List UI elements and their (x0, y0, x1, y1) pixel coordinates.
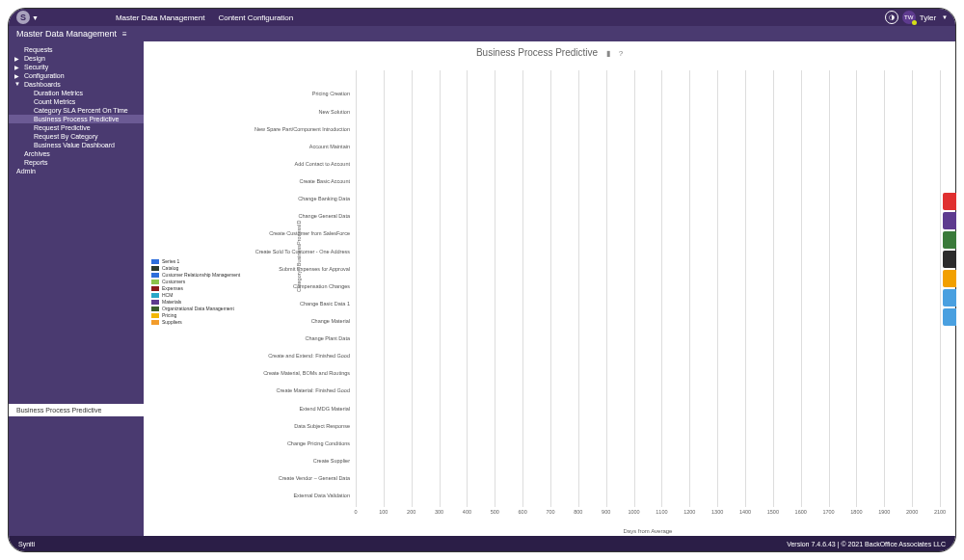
sidebar-item-label: Business Process Predictive (34, 116, 119, 122)
legend-swatch (151, 259, 159, 264)
side-tab[interactable] (943, 212, 956, 229)
x-tick: 2100 (934, 509, 946, 515)
tree-arrow-icon: ▶ (14, 72, 19, 79)
app-menu-dropdown[interactable]: ▼ (32, 14, 39, 21)
chart-help-icon[interactable]: ? (619, 49, 623, 58)
sidebar-item-request-by-category[interactable]: Request By Category (9, 132, 144, 141)
side-tab[interactable] (943, 270, 956, 287)
bar-label: New Spare Part/Component Introduction (163, 126, 356, 132)
nav-content-config[interactable]: Content Configuration (218, 13, 293, 22)
sidebar-item-label: Request Predictive (34, 124, 91, 131)
sidebar-item-security[interactable]: ▶Security (9, 63, 144, 71)
sidebar-item-dashboards[interactable]: ▼Dashboards (9, 80, 144, 89)
x-tick: 600 (519, 509, 527, 515)
side-tab[interactable] (943, 289, 956, 307)
legend-swatch (151, 300, 159, 305)
sidebar-item-configuration[interactable]: ▶Configuration (9, 71, 144, 80)
tree-arrow-icon: ▶ (14, 55, 19, 62)
sidebar-item-admin[interactable]: Admin (9, 167, 144, 175)
bar-label: Change Banking Data (163, 196, 356, 201)
sidebar-item-reports[interactable]: Reports (9, 158, 144, 167)
nav-master-data[interactable]: Master Data Management (116, 13, 205, 22)
bar-label: Change Pricing Conditions (163, 440, 356, 446)
legend-label: HCM (162, 292, 173, 298)
app-logo[interactable]: S (16, 11, 30, 24)
legend-swatch (151, 293, 159, 298)
sidebar-item-duration-metrics[interactable]: Duration Metrics (9, 89, 144, 97)
bar-label: Create and Extend: Finished Good (163, 353, 356, 359)
bar-label: Add Contact to Account (163, 161, 356, 167)
bar-label: Create Supplier (163, 458, 356, 464)
hamburger-icon[interactable]: ≡ (122, 30, 127, 39)
legend-swatch (151, 286, 159, 291)
bar-label: Change General Data (163, 213, 356, 219)
legend-swatch (151, 313, 159, 318)
x-tick: 1100 (656, 509, 667, 515)
sidebar-item-label: Design (24, 55, 45, 62)
legend-swatch (151, 320, 159, 325)
sidebar-item-label: Count Metrics (34, 98, 75, 105)
legend-label: Organizational Data Management (162, 306, 234, 311)
legend-swatch (151, 266, 159, 271)
topbar: S ▼ Master Data Management Content Confi… (9, 9, 955, 26)
bar-label: Change Material (163, 318, 356, 324)
chart-plot-area: Pricing CreationNew SolutionNew Spare Pa… (356, 70, 940, 507)
bar-label: External Data Validation (163, 493, 356, 498)
x-tick: 2000 (906, 509, 918, 515)
sidebar-item-archives[interactable]: Archives (9, 149, 144, 158)
x-tick: 1500 (767, 509, 779, 515)
sidebar-item-label: Reports (24, 159, 48, 166)
x-axis: 0100200300400500600700800900100011001200… (356, 509, 940, 522)
bar-label: Create Customer from SalesForce (163, 230, 356, 236)
legend-label: Customer Relationship Management (162, 272, 240, 278)
side-tab[interactable] (943, 231, 956, 249)
sidebar-item-label: Configuration (24, 72, 65, 79)
x-tick: 1700 (822, 509, 834, 515)
bar-label: Pricing Creation (163, 91, 356, 96)
sidebar-item-requests[interactable]: Requests (9, 45, 144, 54)
side-tab[interactable] (943, 308, 956, 326)
sidebar-item-design[interactable]: ▶Design (9, 54, 144, 63)
chart-title: Business Process Predictive ▮ ? (144, 41, 955, 60)
bar-label: Create Material, BOMs and Routings (163, 370, 356, 376)
x-tick: 1800 (850, 509, 862, 515)
sidebar-item-request-predictive[interactable]: Request Predictive (9, 123, 144, 132)
sidebar-item-label: Duration Metrics (34, 90, 83, 96)
sidebar-item-label: Business Value Dashboard (34, 142, 115, 148)
side-tab[interactable] (943, 193, 956, 210)
bar-label: Account Maintain (163, 144, 356, 149)
chart-sort-icon[interactable]: ▮ (606, 49, 610, 58)
bar-label: New Solution (163, 109, 356, 115)
bar-label: Create Material: Finished Good (163, 387, 356, 393)
user-avatar[interactable]: TW (902, 11, 916, 24)
sidebar-item-label: Request By Category (34, 133, 98, 140)
legend-item[interactable]: Series 1 (151, 258, 240, 264)
sidebar-item-label: Category SLA Percent On Time (34, 107, 128, 114)
legend-item[interactable]: Customer Relationship Management (151, 272, 240, 278)
bar-label: Extend MDG Material (163, 406, 356, 412)
sidebar-item-business-process-predictive[interactable]: Business Process Predictive (9, 115, 144, 123)
x-tick: 1300 (711, 509, 723, 515)
footer-version: Version 7.4.6.43 | © 2021 BackOffice Ass… (787, 541, 946, 547)
legend-item[interactable]: Organizational Data Management (151, 306, 240, 311)
footer-brand: Syniti (18, 541, 35, 547)
sidebar-item-business-value-dashboard[interactable]: Business Value Dashboard (9, 141, 144, 149)
tree-arrow-icon: ▶ (14, 64, 19, 70)
x-tick: 200 (407, 509, 415, 515)
x-tick: 300 (435, 509, 443, 515)
sidebar-item-category-sla-percent-on-time[interactable]: Category SLA Percent On Time (9, 106, 144, 115)
user-menu-dropdown[interactable]: ▼ (942, 14, 948, 20)
footer: Syniti Version 7.4.6.43 | © 2021 BackOff… (9, 536, 955, 551)
user-name[interactable]: Tyler (920, 13, 936, 22)
x-tick: 100 (379, 509, 388, 515)
sidebar: Requests▶Design▶Security▶Configuration▼D… (9, 41, 144, 536)
bar-label: Create Sold To Customer - One Address (163, 249, 356, 254)
x-tick: 1900 (878, 509, 890, 515)
side-tab[interactable] (943, 251, 956, 268)
bar-label: Compensation Changes (163, 283, 356, 289)
x-tick: 900 (602, 509, 610, 515)
x-tick: 700 (546, 509, 554, 515)
bookmark-icon[interactable]: ◑ (885, 11, 898, 24)
legend-item[interactable]: HCM (151, 292, 240, 298)
sidebar-item-count-metrics[interactable]: Count Metrics (9, 97, 144, 106)
